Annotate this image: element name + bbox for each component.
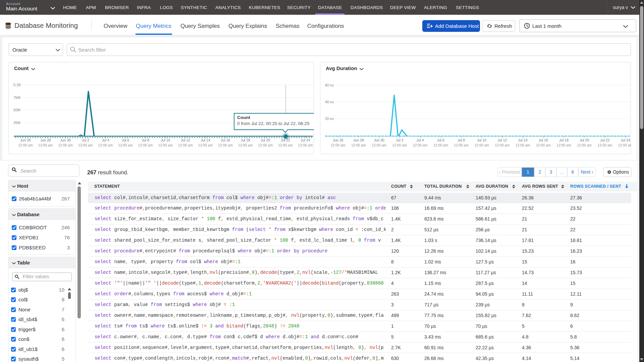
svg-text:12:00 am: 12:00 am <box>298 143 313 147</box>
svg-text:20 ns: 20 ns <box>325 117 334 121</box>
svg-text:12:00 am: 12:00 am <box>556 143 571 147</box>
svg-text:12:00 am: 12:00 am <box>454 143 469 147</box>
svg-text:12:00 am: 12:00 am <box>516 143 530 147</box>
svg-text:40 ns: 40 ns <box>325 100 334 104</box>
svg-text:Jun 26: Jun 26 <box>20 138 31 142</box>
svg-text:Jun 28: Jun 28 <box>40 138 51 142</box>
svg-text:12:00 am: 12:00 am <box>577 143 592 147</box>
svg-text:Jun 26: Jun 26 <box>333 138 343 142</box>
svg-text:Jul 12: Jul 12 <box>181 138 190 142</box>
svg-text:Jul 6: Jul 6 <box>122 138 129 142</box>
svg-text:12:00 am: 12:00 am <box>238 143 253 147</box>
svg-text:12:00 am: 12:00 am <box>178 143 193 147</box>
svg-text:Jul 18: Jul 18 <box>559 138 569 142</box>
svg-text:12:00 am: 12:00 am <box>351 143 366 147</box>
svg-text:12:00 am: 12:00 am <box>158 143 173 147</box>
svg-text:12:00 am: 12:00 am <box>433 143 448 147</box>
svg-text:Jul 18: Jul 18 <box>241 138 250 142</box>
svg-text:Jul 10: Jul 10 <box>477 138 486 142</box>
svg-text:Jul 4: Jul 4 <box>417 138 424 142</box>
svg-text:12:00 am: 12:00 am <box>413 143 428 147</box>
svg-text:Jul 20: Jul 20 <box>261 138 270 142</box>
svg-text:12:00 am: 12:00 am <box>495 143 510 147</box>
svg-text:0.1B: 0.1B <box>13 83 21 87</box>
svg-text:12:00 am: 12:00 am <box>98 143 113 147</box>
svg-text:Jun 30: Jun 30 <box>60 138 71 142</box>
svg-text:Jul 14: Jul 14 <box>201 138 210 142</box>
svg-text:12:00 am: 12:00 am <box>118 143 133 147</box>
svg-text:Jul 14: Jul 14 <box>518 138 528 142</box>
svg-text:Jul 22: Jul 22 <box>600 138 609 142</box>
svg-text:60 ns: 60 ns <box>325 83 334 87</box>
svg-text:12:00 am: 12:00 am <box>78 143 93 147</box>
svg-text:Jul 8: Jul 8 <box>458 138 465 142</box>
svg-text:12:00 am: 12:00 am <box>598 143 612 147</box>
svg-text:12:00 am: 12:00 am <box>198 143 213 147</box>
svg-text:Jul 10: Jul 10 <box>161 138 170 142</box>
svg-text:Jul 6: Jul 6 <box>437 138 444 142</box>
svg-text:Jul 20: Jul 20 <box>580 138 589 142</box>
svg-text:12:00 am: 12:00 am <box>372 143 386 147</box>
svg-text:12:00 am: 12:00 am <box>618 143 631 147</box>
svg-text:75M: 75M <box>13 96 20 100</box>
svg-text:12:00 am: 12:00 am <box>392 143 407 147</box>
svg-text:Jul 16: Jul 16 <box>221 138 230 142</box>
svg-text:12:00 am: 12:00 am <box>258 143 273 147</box>
svg-text:Jul 12: Jul 12 <box>497 138 507 142</box>
svg-text:Jul 8: Jul 8 <box>142 138 149 142</box>
svg-text:Jul 24: Jul 24 <box>621 138 630 142</box>
svg-text:12:00 am: 12:00 am <box>474 143 489 147</box>
svg-text:12:00 am: 12:00 am <box>138 143 153 147</box>
svg-text:Jun 28: Jun 28 <box>353 138 364 142</box>
svg-text:12:00 am: 12:00 am <box>18 143 33 147</box>
svg-text:Jun 30: Jun 30 <box>374 138 384 142</box>
svg-text:12:00 am: 12:00 am <box>536 143 551 147</box>
svg-text:12:00 am: 12:00 am <box>38 143 53 147</box>
svg-text:25M: 25M <box>13 121 20 125</box>
svg-text:Jul 2: Jul 2 <box>396 138 403 142</box>
svg-text:Jul 24: Jul 24 <box>301 138 310 142</box>
svg-text:12:00 am: 12:00 am <box>278 143 293 147</box>
svg-text:12:00 am: 12:00 am <box>58 143 73 147</box>
svg-text:Jul 2: Jul 2 <box>82 138 89 142</box>
svg-text:Jul 16: Jul 16 <box>539 138 548 142</box>
svg-text:12:00 am: 12:00 am <box>331 143 345 147</box>
svg-text:12:00 am: 12:00 am <box>218 143 233 147</box>
svg-text:50M: 50M <box>13 108 20 112</box>
svg-text:Jul 4: Jul 4 <box>102 138 109 142</box>
